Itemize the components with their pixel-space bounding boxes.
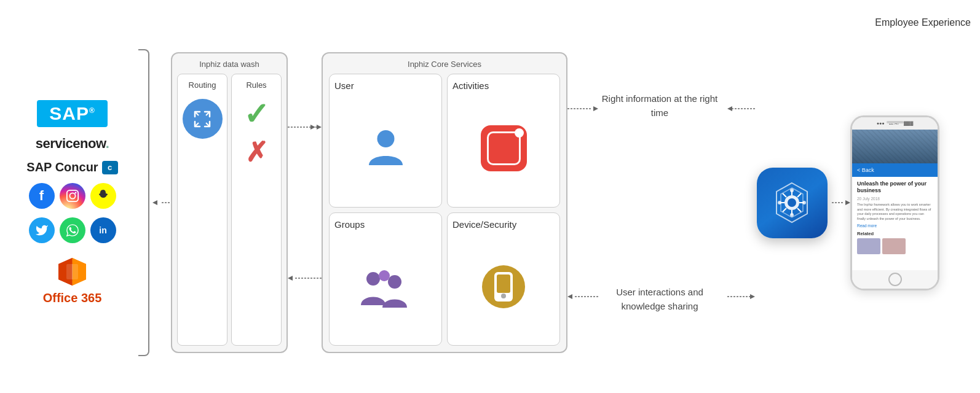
svg-marker-21 <box>288 276 293 281</box>
phone-content: Unleash the power of your business 20 Ju… <box>852 177 938 258</box>
groups-icon <box>358 263 413 309</box>
activities-card: Activities <box>447 74 560 208</box>
svg-line-42 <box>783 193 786 197</box>
svg-point-37 <box>788 198 796 207</box>
right-info-bottom: User interactions and knowledge sharing <box>598 286 721 313</box>
core-services-title: Inphiz Core Services <box>329 60 560 69</box>
phone-related-label: Related <box>857 231 933 236</box>
svg-point-46 <box>790 189 794 192</box>
svg-rect-8 <box>66 264 78 279</box>
snapchat-icon <box>90 183 116 209</box>
svg-marker-33 <box>750 294 755 299</box>
svg-point-49 <box>802 201 806 204</box>
right-info-top: Right information at the right time <box>598 92 721 120</box>
routing-icon <box>183 99 223 139</box>
app-section <box>721 86 752 319</box>
svg-line-44 <box>783 208 786 212</box>
device-security-label: Device/Security <box>452 219 516 230</box>
sap-logo: SAP® <box>37 100 108 127</box>
home-button[interactable] <box>888 273 902 286</box>
office365-label: Office 365 <box>43 291 102 305</box>
svg-marker-31 <box>727 106 732 111</box>
user-label: User <box>334 80 354 91</box>
svg-marker-29 <box>567 294 572 299</box>
sources-panel: SAP® servicenow. SAP Concur c f <box>6 28 138 378</box>
arrow-bracket-to-datawash <box>152 198 171 207</box>
device-security-card: Device/Security <box>447 212 560 346</box>
svg-point-48 <box>778 201 781 204</box>
linkedin-icon: in <box>90 217 116 243</box>
svg-point-2 <box>74 192 76 194</box>
datawash-box: Inphiz data wash Routing <box>171 52 288 353</box>
groups-label: Groups <box>334 219 365 230</box>
svg-point-47 <box>790 213 794 217</box>
office365-section: Office 365 <box>43 255 102 305</box>
bracket-right <box>138 49 149 356</box>
phone-article-text: The Inphiz framework allows you to work … <box>857 203 933 222</box>
activities-icon <box>481 125 527 171</box>
svg-marker-19 <box>317 125 322 130</box>
phone-bottom-bar <box>852 270 938 289</box>
phone-nav-bar: < Back <box>852 163 938 177</box>
checkmark-icon: ✓ <box>243 99 269 130</box>
svg-marker-10 <box>152 200 157 205</box>
twitter-icon <box>29 217 55 243</box>
core-services-box: Inphiz Core Services User Activities <box>322 52 567 353</box>
app-icon-container <box>752 86 832 319</box>
groups-card: Groups <box>329 212 442 346</box>
phone-article-date: 20 July 2018 <box>857 196 933 201</box>
svg-marker-27 <box>593 106 598 111</box>
rules-column: Rules ✓ ✗ <box>231 74 282 346</box>
phone-article-title: Unleash the power of your business <box>857 181 933 195</box>
social-icons-row2: in <box>29 217 116 243</box>
sap-concur-logo: SAP Concur c <box>26 160 117 174</box>
svg-line-45 <box>797 208 801 212</box>
arrow-to-phone <box>832 198 850 207</box>
arrow-left-bottom <box>288 274 322 282</box>
svg-line-43 <box>797 193 801 197</box>
instagram-icon <box>60 183 85 209</box>
office365-icon <box>55 255 89 289</box>
svg-point-25 <box>379 270 390 281</box>
right-text-section: Right information at the right time User… <box>598 92 721 313</box>
phone-related-img2 <box>882 238 906 254</box>
user-icon <box>363 125 409 171</box>
facebook-icon: f <box>29 183 55 209</box>
device-security-icon <box>482 265 525 308</box>
routing-label: Routing <box>189 80 216 90</box>
arrow-right-top <box>288 123 322 131</box>
arrows-middle <box>288 111 322 295</box>
svg-point-24 <box>388 275 401 289</box>
routing-column: Routing <box>177 74 227 346</box>
activities-label: Activities <box>452 80 489 91</box>
rules-label: Rules <box>246 80 266 90</box>
servicenow-logo: servicenow. <box>36 136 109 152</box>
svg-marker-16 <box>310 125 315 130</box>
svg-marker-51 <box>845 200 850 205</box>
svg-point-1 <box>69 193 75 198</box>
app-icon <box>757 168 828 238</box>
user-card: User <box>329 74 442 208</box>
datawash-title: Inphiz data wash <box>177 60 282 69</box>
svg-point-23 <box>366 272 380 286</box>
phone-hero-image <box>852 130 938 163</box>
whatsapp-icon <box>60 217 85 243</box>
right-info-arrows <box>567 86 598 319</box>
phone-speaker <box>887 121 904 123</box>
svg-rect-0 <box>66 190 77 201</box>
phone-mockup: ●●●12:47▓▓▓ < Back Unleash the power of … <box>850 115 939 290</box>
phone-read-more[interactable]: Read more <box>857 224 933 228</box>
phone-back-button[interactable]: < Back <box>857 167 874 173</box>
svg-point-22 <box>377 130 394 147</box>
phone-related-img1 <box>857 238 880 254</box>
social-icons-row1: f <box>29 183 116 209</box>
xmark-icon: ✗ <box>245 139 268 166</box>
